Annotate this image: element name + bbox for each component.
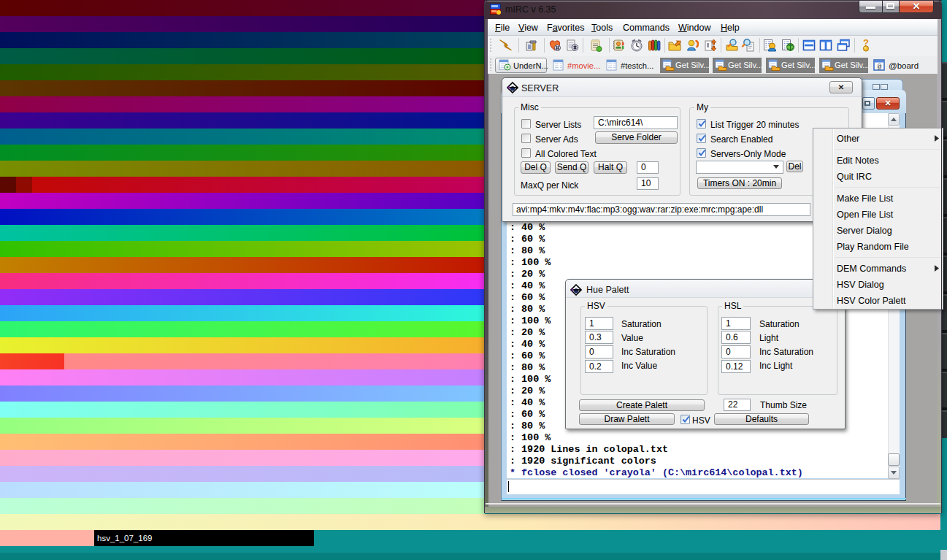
svg-text:@: @ (878, 64, 882, 71)
